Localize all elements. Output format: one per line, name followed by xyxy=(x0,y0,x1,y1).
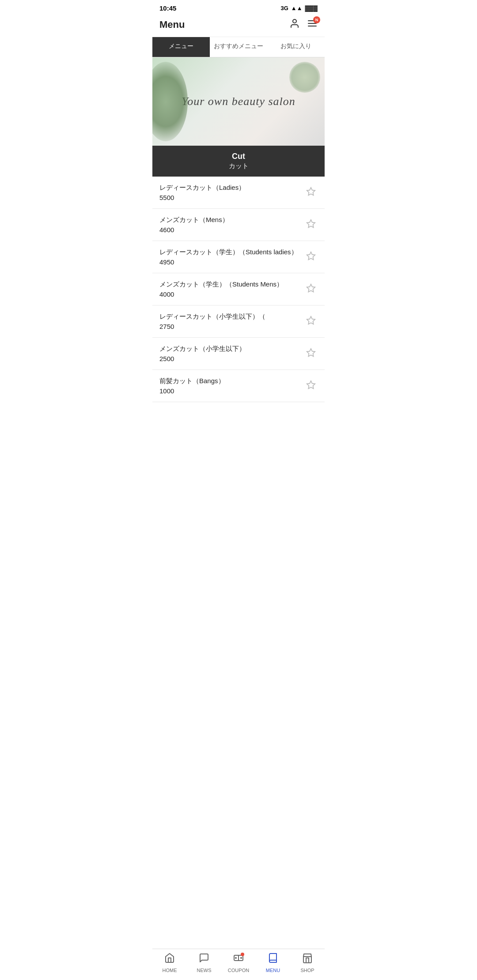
menu-item-name-3: メンズカット（学生）（Students Mens） xyxy=(159,280,304,289)
menu-item-name-2: レディースカット（学生）（Students ladies） xyxy=(159,248,304,256)
profile-button[interactable] xyxy=(289,18,300,31)
menu-item-name-4: レディースカット（小学生以下）（ xyxy=(159,313,304,321)
app-header: Menu N xyxy=(152,15,325,37)
menu-item-price-1: 4600 xyxy=(159,226,304,234)
svg-marker-6 xyxy=(307,252,315,259)
section-title-en: Cut xyxy=(159,152,318,161)
wifi-icon: ▲▲ xyxy=(291,5,303,11)
banner-text: Your own beauty salon xyxy=(182,95,295,108)
banner-image: Your own beauty salon xyxy=(152,57,325,146)
favorite-button-1[interactable] xyxy=(304,217,318,233)
favorite-button-6[interactable] xyxy=(304,378,318,394)
svg-marker-9 xyxy=(307,348,315,356)
banner-overlay: Your own beauty salon xyxy=(182,95,295,108)
menu-item-price-6: 1000 xyxy=(159,387,304,395)
svg-marker-7 xyxy=(307,284,315,291)
svg-marker-5 xyxy=(307,219,315,227)
section-title-ja: カット xyxy=(159,162,318,170)
main-content: Your own beauty salon Cut カット レディースカット（L… xyxy=(152,57,325,437)
svg-marker-8 xyxy=(307,316,315,324)
favorite-button-5[interactable] xyxy=(304,346,318,362)
header-icons: N xyxy=(289,18,318,31)
menu-item-price-4: 2750 xyxy=(159,323,304,330)
menu-item-3[interactable]: メンズカット（学生）（Students Mens） 4000 xyxy=(152,273,325,305)
svg-point-0 xyxy=(293,19,296,23)
menu-item-price-3: 4000 xyxy=(159,290,304,298)
menu-item-name-5: メンズカット（小学生以下） xyxy=(159,345,304,353)
tab-menu[interactable]: メニュー xyxy=(152,37,210,57)
leaf-decoration-right xyxy=(289,62,320,93)
tab-recommended[interactable]: おすすめメニュー xyxy=(210,37,267,57)
menu-item-0[interactable]: レディースカット（Ladies） 5500 xyxy=(152,177,325,209)
menu-item-2[interactable]: レディースカット（学生）（Students ladies） 4950 xyxy=(152,241,325,273)
svg-marker-4 xyxy=(307,187,315,195)
status-time: 10:45 xyxy=(159,4,176,12)
tab-bar: メニュー おすすめメニュー お気に入り xyxy=(152,37,325,57)
menu-item-6[interactable]: 前髪カット（Bangs） 1000 xyxy=(152,370,325,402)
favorite-button-4[interactable] xyxy=(304,314,318,329)
signal-icon: 3G xyxy=(280,5,288,11)
menu-item-name-0: レディースカット（Ladies） xyxy=(159,184,304,192)
favorite-button-2[interactable] xyxy=(304,249,318,265)
favorite-button-0[interactable] xyxy=(304,185,318,200)
menu-list: レディースカット（Ladies） 5500 メンズカット（Mens） 4600 … xyxy=(152,177,325,402)
notification-badge: N xyxy=(313,16,320,23)
tab-favorites[interactable]: お気に入り xyxy=(267,37,325,57)
menu-item-5[interactable]: メンズカット（小学生以下） 2500 xyxy=(152,338,325,370)
section-header: Cut カット xyxy=(152,146,325,177)
status-bar: 10:45 3G ▲▲ ▓▓▓ xyxy=(152,0,325,15)
status-icons: 3G ▲▲ ▓▓▓ xyxy=(280,5,318,11)
menu-item-price-0: 5500 xyxy=(159,194,304,201)
battery-icon: ▓▓▓ xyxy=(305,5,318,11)
menu-item-1[interactable]: メンズカット（Mens） 4600 xyxy=(152,209,325,241)
menu-item-4[interactable]: レディースカット（小学生以下）（ 2750 xyxy=(152,305,325,338)
favorite-button-3[interactable] xyxy=(304,282,318,297)
menu-item-price-2: 4950 xyxy=(159,258,304,266)
page-title: Menu xyxy=(159,19,185,30)
notification-button[interactable]: N xyxy=(307,18,318,31)
menu-item-name-1: メンズカット（Mens） xyxy=(159,216,304,224)
menu-item-name-6: 前髪カット（Bangs） xyxy=(159,377,304,385)
svg-marker-10 xyxy=(307,381,315,388)
menu-item-price-5: 2500 xyxy=(159,355,304,362)
